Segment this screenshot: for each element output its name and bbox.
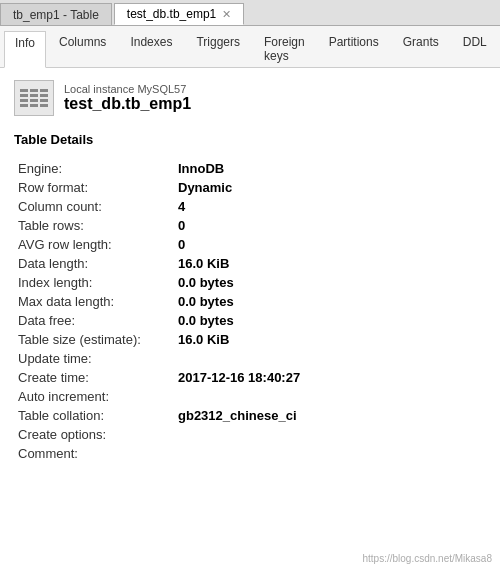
content-area: Local instance MySQL57 test_db.tb_emp1 T… — [0, 68, 500, 570]
field-value — [174, 387, 486, 406]
nav-tab-foreign-keys[interactable]: Foreign keys — [253, 30, 316, 67]
field-value: InnoDB — [174, 159, 486, 178]
tab-test-db-tb-emp1[interactable]: test_db.tb_emp1 ✕ — [114, 3, 244, 25]
details-row: AVG row length:0 — [14, 235, 486, 254]
field-value — [174, 444, 486, 463]
main-panel: Info Columns Indexes Triggers Foreign ke… — [0, 26, 500, 570]
field-value: 0 — [174, 235, 486, 254]
details-row: Engine:InnoDB — [14, 159, 486, 178]
field-label: Row format: — [14, 178, 174, 197]
table-header: Local instance MySQL57 test_db.tb_emp1 — [14, 80, 486, 116]
details-row: Comment: — [14, 444, 486, 463]
tab-bar: tb_emp1 - Table test_db.tb_emp1 ✕ — [0, 0, 500, 26]
field-label: Table collation: — [14, 406, 174, 425]
field-label: Auto increment: — [14, 387, 174, 406]
field-value: 4 — [174, 197, 486, 216]
details-row: Table collation:gb2312_chinese_ci — [14, 406, 486, 425]
field-label: Data length: — [14, 254, 174, 273]
details-row: Row format:Dynamic — [14, 178, 486, 197]
field-label: Column count: — [14, 197, 174, 216]
nav-tabs: Info Columns Indexes Triggers Foreign ke… — [0, 26, 500, 68]
field-value: 0.0 bytes — [174, 311, 486, 330]
nav-tab-partitions[interactable]: Partitions — [318, 30, 390, 67]
field-value: Dynamic — [174, 178, 486, 197]
field-value: 0.0 bytes — [174, 292, 486, 311]
nav-tab-ddl[interactable]: DDL — [452, 30, 498, 67]
nav-tab-grants[interactable]: Grants — [392, 30, 450, 67]
details-row: Data free:0.0 bytes — [14, 311, 486, 330]
field-label: Create time: — [14, 368, 174, 387]
field-value: gb2312_chinese_ci — [174, 406, 486, 425]
field-label: Index length: — [14, 273, 174, 292]
nav-tab-columns[interactable]: Columns — [48, 30, 117, 67]
field-label: Table rows: — [14, 216, 174, 235]
field-label: Data free: — [14, 311, 174, 330]
field-value: 16.0 KiB — [174, 330, 486, 349]
field-label: Create options: — [14, 425, 174, 444]
details-row: Auto increment: — [14, 387, 486, 406]
field-label: Max data length: — [14, 292, 174, 311]
tab-test-db-label: test_db.tb_emp1 — [127, 7, 216, 21]
field-value: 0 — [174, 216, 486, 235]
details-row: Max data length:0.0 bytes — [14, 292, 486, 311]
nav-tab-info[interactable]: Info — [4, 31, 46, 68]
details-table: Engine:InnoDBRow format:DynamicColumn co… — [14, 159, 486, 463]
details-row: Create options: — [14, 425, 486, 444]
details-row: Table rows:0 — [14, 216, 486, 235]
field-value: 16.0 KiB — [174, 254, 486, 273]
section-title: Table Details — [14, 132, 486, 147]
field-value — [174, 425, 486, 444]
field-value: 0.0 bytes — [174, 273, 486, 292]
field-label: Comment: — [14, 444, 174, 463]
table-icon — [14, 80, 54, 116]
details-row: Index length:0.0 bytes — [14, 273, 486, 292]
details-row: Create time:2017-12-16 18:40:27 — [14, 368, 486, 387]
nav-tab-indexes[interactable]: Indexes — [119, 30, 183, 67]
instance-label: Local instance MySQL57 — [64, 83, 191, 95]
details-row: Table size (estimate):16.0 KiB — [14, 330, 486, 349]
details-row: Column count:4 — [14, 197, 486, 216]
nav-tab-triggers[interactable]: Triggers — [185, 30, 251, 67]
field-value — [174, 349, 486, 368]
field-label: AVG row length: — [14, 235, 174, 254]
field-label: Update time: — [14, 349, 174, 368]
table-name-heading: test_db.tb_emp1 — [64, 95, 191, 113]
table-info-text: Local instance MySQL57 test_db.tb_emp1 — [64, 83, 191, 113]
field-label: Table size (estimate): — [14, 330, 174, 349]
details-row: Data length:16.0 KiB — [14, 254, 486, 273]
details-row: Update time: — [14, 349, 486, 368]
tab-tb-emp1[interactable]: tb_emp1 - Table — [0, 3, 112, 25]
field-value: 2017-12-16 18:40:27 — [174, 368, 486, 387]
tab-close-icon[interactable]: ✕ — [222, 8, 231, 21]
field-label: Engine: — [14, 159, 174, 178]
tab-tb-emp1-label: tb_emp1 - Table — [13, 8, 99, 22]
watermark: https://blog.csdn.net/Mikasa8 — [362, 553, 492, 564]
